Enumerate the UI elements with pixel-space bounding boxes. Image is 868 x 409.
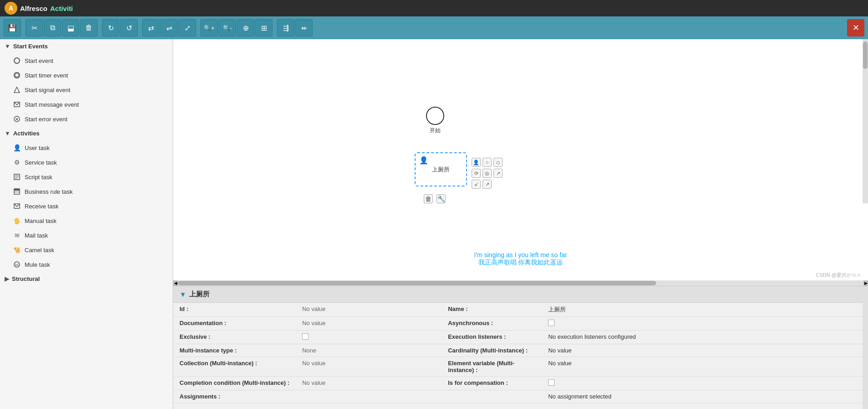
watermark-line2: 我正高声歌唱 你离我如此遥远: [474, 259, 567, 267]
props-label-cardinality: Cardinality (Multi-instance) :: [442, 344, 542, 357]
props-value-collection[interactable]: No value: [296, 357, 442, 377]
scroll-left-btn[interactable]: ◀: [173, 280, 178, 286]
user-task-shape-icon: 👤: [419, 156, 428, 165]
save-button[interactable]: 💾: [4, 19, 21, 36]
async-checkbox[interactable]: [548, 320, 555, 326]
receive-task-icon: [13, 202, 21, 210]
sidebar-item-mail-task[interactable]: ✉ Mail task: [0, 228, 173, 243]
cut-button[interactable]: ✂: [26, 19, 43, 36]
redo-button[interactable]: ↻: [102, 19, 119, 36]
exclusive-checkbox[interactable]: [302, 333, 308, 340]
task-delete-btn[interactable]: 🗑: [424, 194, 433, 203]
user-task-shape[interactable]: 👤 上厕所: [415, 152, 467, 186]
canvas[interactable]: 开始 👤 上厕所 👤 ○ ◇ ⟳ ◎ ↗ ↙: [173, 39, 868, 280]
ctx-circle-btn[interactable]: ○: [483, 158, 492, 167]
section-activities[interactable]: ▼ Activities: [0, 126, 173, 140]
section-label-start-events: Start Events: [13, 43, 48, 50]
ctx-arrow-btn[interactable]: ↗: [493, 169, 503, 178]
compensation-checkbox[interactable]: [548, 379, 555, 386]
sidebar-item-label: Mule task: [25, 261, 50, 268]
copy-button[interactable]: ⧉: [44, 19, 61, 36]
props-value-exclusive[interactable]: [296, 331, 442, 344]
task-wrench-btn[interactable]: 🔧: [437, 194, 446, 203]
zoom-in-button[interactable]: 🔍+: [200, 19, 218, 36]
sidebar-item-camel-task[interactable]: 🐪 Camel task: [0, 243, 173, 257]
start-event-circle[interactable]: [426, 107, 444, 125]
connect2-button[interactable]: ⇌: [160, 19, 178, 36]
task-actions: 🗑 🔧: [424, 194, 446, 203]
brand-activiti: Activiti: [50, 5, 73, 12]
delete-button[interactable]: 🗑: [80, 19, 98, 36]
props-value-id[interactable]: No value: [296, 303, 442, 317]
layout1-button[interactable]: ⇶: [277, 19, 294, 36]
ctx-refresh-btn[interactable]: ⟳: [472, 169, 481, 178]
sidebar-item-label: Business rule task: [25, 188, 73, 195]
props-value-cardinality[interactable]: No value: [542, 344, 868, 357]
props-value-compensation[interactable]: [542, 377, 868, 390]
ctx-circle2-btn[interactable]: ◎: [483, 169, 492, 178]
sidebar-item-label: Start event: [25, 57, 53, 64]
sidebar-item-service-task[interactable]: ⚙ Service task: [0, 155, 173, 170]
scroll-right-btn[interactable]: ▶: [863, 280, 868, 286]
props-row-collection: Collection (Multi-instance) : No value E…: [173, 357, 868, 377]
props-value-element-var[interactable]: No value: [542, 357, 868, 377]
script-task-icon: [13, 173, 21, 181]
section-label-activities: Activities: [13, 130, 40, 137]
props-value-async[interactable]: [542, 317, 868, 331]
sidebar-item-user-task[interactable]: 👤 User task: [0, 140, 173, 155]
mule-task-icon: M: [13, 260, 21, 269]
svg-text:✕: ✕: [15, 117, 19, 122]
sidebar-item-business-rule[interactable]: Business rule task: [0, 184, 173, 199]
start-event-shape: 开始: [426, 107, 444, 135]
zoom-out-button[interactable]: 🔍-: [219, 19, 236, 36]
svg-text:M: M: [15, 263, 19, 267]
sidebar-item-start-signal[interactable]: Start signal event: [0, 83, 173, 97]
paste-button[interactable]: ⬓: [62, 19, 79, 36]
horizontal-scrollbar-thumb[interactable]: [178, 281, 656, 285]
service-task-icon: ⚙: [13, 158, 21, 166]
props-value-completion[interactable]: No value: [296, 377, 442, 390]
props-row-exclusive: Exclusive : Execution listeners : No exe…: [173, 331, 868, 344]
props-value-name[interactable]: 上厕所: [542, 303, 868, 317]
ctx-expand2-btn[interactable]: ↗: [483, 180, 492, 189]
layout2-button[interactable]: ⇷: [295, 19, 313, 36]
ctx-user-btn[interactable]: 👤: [472, 158, 481, 167]
section-start-events[interactable]: ▼ Start Events: [0, 39, 173, 53]
close-button[interactable]: ✕: [847, 19, 864, 36]
sidebar-item-script-task[interactable]: Script task: [0, 170, 173, 184]
props-value-doc[interactable]: No value: [296, 317, 442, 331]
sidebar-item-manual-task[interactable]: 🖐 Manual task: [0, 213, 173, 228]
props-value-multi[interactable]: None: [296, 344, 442, 357]
sidebar-item-label: User task: [25, 145, 50, 151]
props-label-element-var: Element variable (Multi-instance) :: [442, 357, 542, 377]
sidebar-item-receive-task[interactable]: Receive task: [0, 199, 173, 213]
section-label-structural: Structural: [12, 275, 40, 282]
ctx-diamond-btn[interactable]: ◇: [493, 158, 503, 167]
props-value-exec-listeners[interactable]: No execution listeners configured: [542, 331, 868, 344]
connect3-button[interactable]: ⤢: [179, 19, 196, 36]
horizontal-scrollbar[interactable]: ◀ ▶: [173, 280, 868, 286]
section-arrow-structural: ▶: [5, 275, 9, 282]
sidebar-item-label: Camel task: [25, 247, 54, 254]
zoom-reset-button[interactable]: ⊕: [237, 19, 254, 36]
connect-button[interactable]: ⇄: [142, 19, 159, 36]
sidebar-item-start-timer[interactable]: Start timer event: [0, 68, 173, 83]
sidebar-item-label: Manual task: [25, 217, 56, 224]
props-value-assignments2[interactable]: No assignment selected: [542, 390, 868, 403]
context-row-1: 👤 ○ ◇: [472, 158, 503, 167]
sidebar-item-start-message[interactable]: Start message event: [0, 97, 173, 112]
vertical-scrollbar[interactable]: [863, 39, 868, 203]
props-row-completion: Completion condition (Multi-instance) : …: [173, 377, 868, 390]
props-value-assignments[interactable]: [296, 390, 442, 403]
logo-icon: A: [5, 2, 17, 15]
properties-collapse-arrow[interactable]: ▼: [180, 290, 186, 298]
sidebar-item-start-error[interactable]: ✕ Start error event: [0, 112, 173, 126]
undo-button[interactable]: ↺: [120, 19, 138, 36]
fit-button[interactable]: ⊞: [255, 19, 272, 36]
ctx-expand-btn[interactable]: ↙: [472, 180, 481, 189]
sidebar-item-mule-task[interactable]: M Mule task: [0, 257, 173, 272]
props-vertical-scrollbar[interactable]: [863, 286, 868, 409]
sidebar-item-start-event[interactable]: Start event: [0, 53, 173, 68]
vertical-scrollbar-thumb[interactable]: [863, 41, 868, 69]
section-structural[interactable]: ▶ Structural: [0, 272, 173, 286]
